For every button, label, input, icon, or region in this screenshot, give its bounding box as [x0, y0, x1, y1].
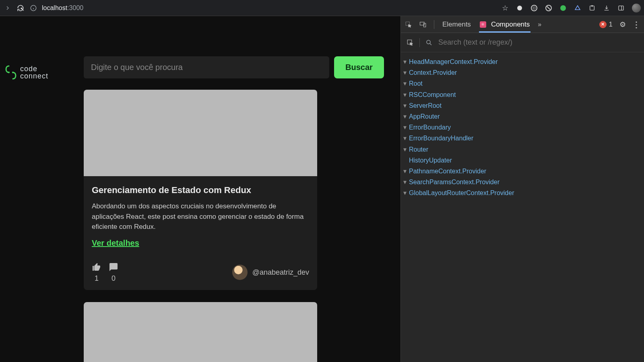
sidebar: code connect [0, 16, 76, 362]
tab-components-label: Components [491, 21, 530, 29]
extension-icon[interactable] [530, 4, 538, 12]
tree-node[interactable]: ▾AppRouter [403, 111, 642, 122]
tree-node[interactable]: ▾ErrorBoundaryHandler [403, 133, 642, 144]
comment-count: 0 [111, 274, 116, 283]
search-input[interactable] [84, 56, 329, 78]
like-count: 1 [95, 274, 99, 283]
extension-icon[interactable] [545, 4, 552, 12]
devtools-tabbar: Elements ⚛ Components » ✕ 1 ⚙ ⋮ [401, 16, 644, 33]
tree-node-label: RSCComponent [409, 89, 456, 100]
search-row: Buscar [84, 56, 384, 78]
svg-point-4 [531, 5, 537, 11]
kebab-menu-icon[interactable]: ⋮ [633, 21, 640, 28]
tree-node[interactable]: ▾RSCComponent [403, 89, 642, 100]
svg-point-19 [427, 40, 430, 44]
author-avatar-icon [232, 265, 248, 280]
tree-node-label: ErrorBoundaryHandler [409, 133, 473, 144]
react-devtools-icon: ⚛ [480, 21, 486, 28]
inspect-element-icon[interactable] [405, 21, 412, 28]
like-stat[interactable]: 1 [92, 262, 101, 283]
url-port: :3000 [67, 4, 83, 11]
post-title: Gerenciamento de Estado com Redux [92, 185, 309, 195]
extension-icon[interactable] [559, 4, 567, 12]
logo-text-1: code [20, 65, 48, 72]
tree-node[interactable]: ▾Router [403, 144, 642, 155]
settings-gear-icon[interactable]: ⚙ [619, 21, 626, 28]
tab-elements[interactable]: Elements [442, 16, 472, 33]
tree-node[interactable]: ▾PathnameContext.Provider [403, 166, 642, 177]
more-tabs-icon[interactable]: » [538, 21, 541, 28]
cursor-icon: ↖ [20, 6, 25, 12]
tree-node[interactable]: ▾GlobalLayoutRouterContext.Provider [403, 187, 642, 198]
extensions-puzzle-icon[interactable] [588, 4, 596, 12]
site-info-icon[interactable] [29, 4, 38, 12]
tree-node-label: PathnameContext.Provider [409, 166, 486, 177]
tree-node[interactable]: ▾Context.Provider [403, 67, 642, 78]
forward-icon[interactable] [3, 4, 12, 12]
tab-components[interactable]: ⚛ Components [479, 16, 530, 33]
devtools-search-row [401, 33, 644, 52]
tree-node-label: HeadManagerContext.Provider [409, 56, 498, 67]
component-tree[interactable]: ▾HeadManagerContext.Provider ▾Context.Pr… [401, 52, 644, 202]
tree-node-label: SearchParamsContext.Provider [409, 177, 500, 187]
logo-text: code connect [20, 65, 48, 80]
svg-line-20 [430, 43, 431, 45]
reload-icon[interactable]: ↖ [16, 4, 25, 12]
logo-mark-icon [5, 64, 17, 80]
tree-node[interactable]: ▾SearchParamsContext.Provider [403, 177, 642, 187]
svg-point-13 [8, 72, 10, 73]
downloads-icon[interactable] [603, 4, 610, 12]
search-button[interactable]: Buscar [334, 56, 384, 78]
device-toolbar-icon[interactable] [419, 21, 427, 28]
extension-icon[interactable] [574, 4, 581, 12]
profile-avatar-icon[interactable] [632, 4, 641, 12]
url-host: localhost [42, 4, 67, 11]
extension-icon[interactable] [516, 4, 523, 12]
logo-text-2: connect [20, 72, 48, 80]
comment-icon [109, 262, 118, 272]
search-icon [425, 39, 433, 46]
sidepanel-icon[interactable] [617, 4, 625, 12]
details-link[interactable]: Ver detalhes [92, 239, 139, 247]
post-thumbnail [84, 302, 317, 362]
browser-toolbar: ↖ localhost:3000 ☆ [0, 0, 644, 16]
tree-node-label: GlobalLayoutRouterContext.Provider [409, 187, 514, 198]
post-card: Gerenciamento de Estado com Redux Aborda… [84, 90, 317, 290]
post-description: Abordando um dos aspectos cruciais no de… [92, 201, 309, 232]
toolbar-right: ☆ [502, 4, 641, 12]
svg-point-5 [533, 7, 535, 9]
error-badge-icon: ✕ [599, 21, 607, 28]
tree-node[interactable]: ▾HeadManagerContext.Provider [403, 56, 642, 67]
address-bar[interactable]: localhost:3000 [42, 4, 83, 12]
tree-node-label: AppRouter [409, 111, 440, 122]
app-viewport: code connect Buscar Gerenciamento de Est… [0, 16, 400, 362]
bookmark-star-icon[interactable]: ☆ [502, 4, 509, 12]
logo[interactable]: code connect [5, 64, 72, 80]
comment-stat[interactable]: 0 [109, 262, 118, 283]
tree-node[interactable]: HistoryUpdater [403, 155, 642, 166]
main-content: Buscar Gerenciamento de Estado com Redux… [76, 16, 400, 362]
devtools-panel: Elements ⚛ Components » ✕ 1 ⚙ ⋮ ▾HeadMan… [400, 16, 644, 362]
error-indicator[interactable]: ✕ 1 [599, 21, 613, 29]
author-handle: @anabeatriz_dev [252, 268, 309, 277]
error-count: 1 [609, 21, 613, 29]
component-search-input[interactable] [438, 38, 638, 47]
svg-line-7 [547, 6, 550, 10]
tree-node-label: Root [409, 78, 423, 89]
tree-node[interactable]: ▾Root [403, 78, 642, 89]
tree-node-label: Router [409, 144, 428, 155]
tree-node-label: ServerRoot [409, 100, 442, 111]
svg-point-8 [560, 5, 566, 11]
tree-node-label: Context.Provider [409, 67, 457, 78]
svg-point-3 [517, 6, 522, 10]
tree-node[interactable]: ▾ErrorBoundary [403, 122, 642, 133]
svg-rect-11 [619, 6, 623, 10]
select-element-icon[interactable] [407, 39, 414, 46]
thumbs-up-icon [92, 262, 101, 272]
tree-node-label: HistoryUpdater [409, 155, 452, 166]
post-card [84, 302, 317, 362]
tree-node-label: ErrorBoundary [409, 122, 451, 133]
tree-node[interactable]: ▾ServerRoot [403, 100, 642, 111]
post-author[interactable]: @anabeatriz_dev [232, 265, 309, 280]
svg-point-14 [12, 72, 14, 73]
